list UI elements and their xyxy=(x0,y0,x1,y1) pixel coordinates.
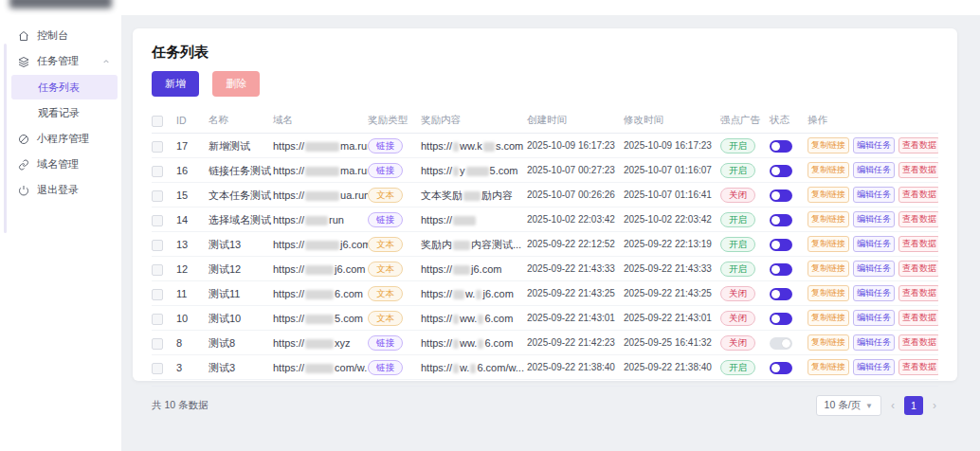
cell-operations: 复制链接编辑任务查看数据 xyxy=(808,355,938,380)
sidebar: 控制台 任务管理 任务列表 观看记录 小程序管理 域名管 xyxy=(0,15,121,451)
header-operations: 操作 xyxy=(808,108,938,134)
edit-task-button[interactable]: 编辑任务 xyxy=(853,261,895,277)
view-data-button[interactable]: 查看数据 xyxy=(898,137,938,153)
redacted-text xyxy=(466,167,489,176)
ad-status-badge: 开启 xyxy=(720,262,755,277)
layers-icon xyxy=(17,55,29,67)
view-data-button[interactable]: 查看数据 xyxy=(898,334,938,351)
copy-link-button[interactable]: 复制链接 xyxy=(808,285,849,301)
row-checkbox[interactable] xyxy=(152,240,163,251)
power-icon xyxy=(17,184,29,196)
next-page-button[interactable]: › xyxy=(931,399,938,412)
row-checkbox[interactable] xyxy=(152,141,163,153)
cell-modified-time: 2025-10-09 16:17:23 xyxy=(624,134,720,158)
redacted-text xyxy=(453,241,470,250)
status-toggle[interactable] xyxy=(770,263,792,276)
view-data-button[interactable]: 查看数据 xyxy=(898,359,938,375)
status-toggle[interactable] xyxy=(770,239,792,251)
cell-created-time: 2025-09-22 21:43:25 xyxy=(527,281,624,306)
ad-status-badge: 开启 xyxy=(720,360,755,375)
view-data-button[interactable]: 查看数据 xyxy=(898,310,938,326)
toggle-knob xyxy=(771,167,780,175)
cell-status xyxy=(770,158,808,183)
status-toggle[interactable] xyxy=(770,165,792,177)
cell-id: 12 xyxy=(176,257,209,281)
cell-checkbox xyxy=(152,257,176,281)
sidebar-item-miniprogram-management[interactable]: 小程序管理 xyxy=(0,126,121,152)
ad-status-badge: 关闭 xyxy=(720,286,755,301)
status-toggle[interactable] xyxy=(770,362,792,374)
sidebar-item-logout[interactable]: 退出登录 xyxy=(0,177,121,203)
cell-reward-type: 链接 xyxy=(368,331,421,355)
copy-link-button[interactable]: 复制链接 xyxy=(808,162,849,178)
view-data-button[interactable]: 查看数据 xyxy=(898,187,938,203)
edit-task-button[interactable]: 编辑任务 xyxy=(853,310,895,326)
view-data-button[interactable]: 查看数据 xyxy=(898,285,938,301)
row-checkbox[interactable] xyxy=(152,363,163,374)
cell-reward-type: 链接 xyxy=(368,207,421,232)
edit-task-button[interactable]: 编辑任务 xyxy=(853,334,895,351)
copy-link-button[interactable]: 复制链接 xyxy=(808,334,849,351)
row-checkbox[interactable] xyxy=(152,166,163,177)
status-toggle[interactable] xyxy=(770,189,792,202)
cell-name: 测试10 xyxy=(209,306,273,331)
chevron-up-icon xyxy=(102,58,110,65)
cell-operations: 复制链接编辑任务查看数据 xyxy=(808,281,938,306)
row-checkbox[interactable] xyxy=(152,190,163,202)
status-toggle[interactable] xyxy=(770,214,792,226)
delete-button[interactable]: 删除 xyxy=(212,71,260,97)
sidebar-item-task-list[interactable]: 任务列表 xyxy=(11,75,118,99)
cell-id: 15 xyxy=(176,183,209,207)
toggle-knob xyxy=(771,315,780,323)
page-number-button[interactable]: 1 xyxy=(904,396,923,415)
status-toggle[interactable] xyxy=(770,337,792,350)
copy-link-button[interactable]: 复制链接 xyxy=(808,261,849,277)
edit-task-button[interactable]: 编辑任务 xyxy=(853,236,895,252)
redacted-text xyxy=(305,216,328,226)
add-button[interactable]: 新增 xyxy=(152,71,199,97)
copy-link-button[interactable]: 复制链接 xyxy=(808,187,849,203)
sidebar-item-console[interactable]: 控制台 xyxy=(0,23,121,48)
status-toggle[interactable] xyxy=(770,288,792,300)
edit-task-button[interactable]: 编辑任务 xyxy=(853,211,895,227)
cell-reward-content: https://w.6.com/w... xyxy=(421,355,527,380)
row-checkbox[interactable] xyxy=(152,215,163,226)
view-data-button[interactable]: 查看数据 xyxy=(898,236,938,252)
cell-modified-time: 2025-10-07 01:16:07 xyxy=(624,158,720,183)
copy-link-button[interactable]: 复制链接 xyxy=(808,211,849,227)
edit-task-button[interactable]: 编辑任务 xyxy=(853,137,895,153)
status-toggle[interactable] xyxy=(770,140,792,153)
toggle-knob xyxy=(771,265,780,274)
page-size-select[interactable]: 10 条/页 ▼ xyxy=(816,395,881,416)
edit-task-button[interactable]: 编辑任务 xyxy=(853,285,895,301)
cell-reward-content: https://ww.ks.com xyxy=(421,134,527,158)
redacted-text xyxy=(305,290,334,299)
select-all-checkbox[interactable] xyxy=(152,116,163,127)
sidebar-item-task-management[interactable]: 任务管理 xyxy=(0,48,121,74)
sidebar-item-watch-records[interactable]: 观看记录 xyxy=(11,100,118,125)
copy-link-button[interactable]: 复制链接 xyxy=(808,137,849,153)
header-status: 状态 xyxy=(770,108,808,134)
header-domain: 域名 xyxy=(273,108,368,134)
copy-link-button[interactable]: 复制链接 xyxy=(808,359,849,375)
sidebar-item-domain-management[interactable]: 域名管理 xyxy=(0,152,121,177)
copy-link-button[interactable]: 复制链接 xyxy=(808,236,849,252)
view-data-button[interactable]: 查看数据 xyxy=(898,261,938,277)
row-checkbox[interactable] xyxy=(152,289,163,300)
view-data-button[interactable]: 查看数据 xyxy=(898,211,938,227)
view-data-button[interactable]: 查看数据 xyxy=(898,162,938,178)
row-checkbox[interactable] xyxy=(152,314,163,325)
ad-status-badge: 开启 xyxy=(720,212,755,227)
reward-type-badge: 链接 xyxy=(368,212,403,227)
prev-page-button[interactable]: ‹ xyxy=(889,399,897,412)
edit-task-button[interactable]: 编辑任务 xyxy=(853,359,895,375)
cell-id: 10 xyxy=(176,306,209,331)
table-header-row: ID 名称 域名 奖励类型 奖励内容 创建时间 修改时间 强点广告 状态 操作 xyxy=(152,108,938,134)
status-toggle[interactable] xyxy=(770,313,792,325)
edit-task-button[interactable]: 编辑任务 xyxy=(853,187,895,203)
ad-status-badge: 关闭 xyxy=(720,188,755,203)
edit-task-button[interactable]: 编辑任务 xyxy=(853,162,895,178)
row-checkbox[interactable] xyxy=(152,338,163,350)
row-checkbox[interactable] xyxy=(152,264,163,276)
copy-link-button[interactable]: 复制链接 xyxy=(808,310,849,326)
